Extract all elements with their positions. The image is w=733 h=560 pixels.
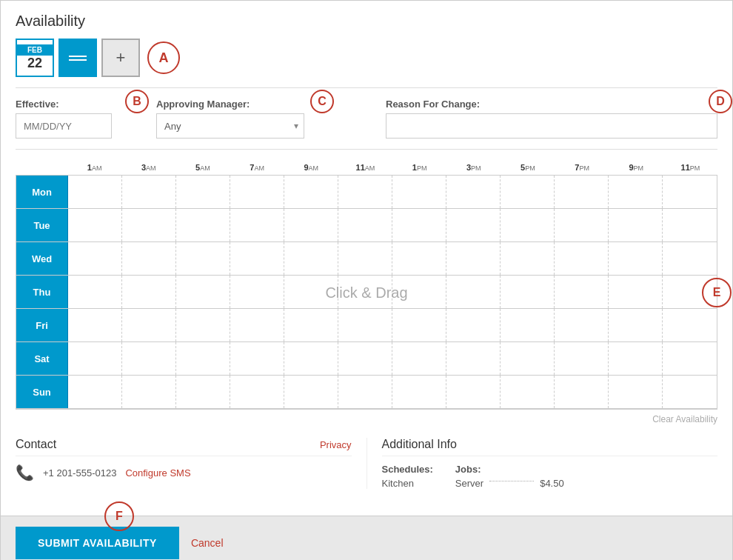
avail-cell[interactable] [338,376,392,408]
avail-cell[interactable] [230,376,284,408]
avail-cell[interactable] [176,309,230,341]
avail-cell[interactable] [338,342,392,375]
reason-input[interactable]: N/A [386,113,717,139]
avail-cell[interactable] [338,209,392,241]
avail-cell[interactable] [338,276,392,308]
effective-input[interactable] [16,113,112,139]
configure-sms-link[interactable]: Configure SMS [125,467,190,479]
avail-cell[interactable] [392,342,446,375]
avail-cell[interactable] [501,176,555,208]
avail-cell[interactable] [501,242,555,275]
avail-cell[interactable] [392,276,446,308]
avail-cell[interactable] [446,376,501,408]
avail-cell[interactable] [609,209,663,241]
avail-cell[interactable] [284,376,338,408]
avail-cell[interactable] [284,242,338,275]
avail-cell[interactable] [68,342,122,375]
avail-cell[interactable] [609,309,663,341]
avail-cell[interactable] [501,276,555,308]
avail-cell[interactable] [230,242,284,275]
jobs-label: Jobs: [455,464,564,475]
avail-cell[interactable] [555,376,609,408]
avail-cell[interactable] [122,376,176,408]
avail-cell[interactable] [392,209,446,241]
submit-availability-button[interactable]: SUBMIT AVAILABILITY [16,527,179,559]
avail-cell[interactable] [122,209,176,241]
avail-cell[interactable] [501,376,555,408]
avail-cell[interactable] [176,242,230,275]
avail-cell[interactable] [446,276,501,308]
avail-cell[interactable] [68,209,122,241]
manager-select[interactable]: Any [156,113,304,139]
availability-grid-body[interactable]: Mon Tue [16,175,717,410]
avail-cell[interactable] [122,176,176,208]
avail-cell[interactable] [446,176,501,208]
avail-cell[interactable] [68,376,122,408]
job-entry: Server $4.50 [455,478,564,489]
avail-cell[interactable] [446,209,501,241]
avail-cell[interactable] [663,376,717,408]
avail-cell[interactable] [555,309,609,341]
avail-cell[interactable] [230,176,284,208]
avail-cell[interactable] [68,276,122,308]
avail-cell[interactable] [609,342,663,375]
avail-cell[interactable] [230,276,284,308]
avail-cell[interactable] [284,309,338,341]
avail-cell[interactable] [392,376,446,408]
avail-cell[interactable] [555,276,609,308]
avail-cell[interactable] [122,342,176,375]
avail-cell[interactable] [501,309,555,341]
avail-cell[interactable] [663,176,717,208]
avail-cell[interactable] [446,342,501,375]
avail-cell[interactable] [284,176,338,208]
avail-cell[interactable] [122,276,176,308]
avail-cell[interactable] [501,209,555,241]
avail-cell[interactable] [176,376,230,408]
add-date-box[interactable]: + [101,39,140,77]
avail-cell[interactable] [663,309,717,341]
avail-cell[interactable] [230,209,284,241]
avail-cell[interactable] [555,242,609,275]
avail-cell[interactable] [68,309,122,341]
clear-availability-link[interactable]: Clear Availability [16,410,717,429]
avail-cell[interactable] [609,176,663,208]
avail-cell[interactable] [230,342,284,375]
grid-header-3pm: 3PM [446,160,501,175]
avail-cell[interactable] [68,176,122,208]
avail-cell[interactable] [176,176,230,208]
avail-cell[interactable] [609,242,663,275]
avail-cell[interactable] [230,309,284,341]
avail-cell[interactable] [176,209,230,241]
avail-cell[interactable] [663,342,717,375]
avail-cell[interactable] [176,342,230,375]
avail-cell[interactable] [555,342,609,375]
day-label-fri: Fri [16,309,68,341]
avail-cell[interactable] [663,242,717,275]
avail-cell[interactable] [609,276,663,308]
avail-cell[interactable] [392,176,446,208]
avail-cell[interactable] [446,309,501,341]
avail-cell[interactable] [284,342,338,375]
avail-cell[interactable] [338,309,392,341]
avail-cell[interactable] [338,242,392,275]
privacy-link[interactable]: Privacy [320,439,352,450]
avail-cell[interactable] [392,309,446,341]
top-controls: FEB 22 + A [16,39,717,88]
avail-cell[interactable] [284,209,338,241]
avail-cell[interactable] [122,242,176,275]
avail-cell[interactable] [338,176,392,208]
avail-cell[interactable] [609,376,663,408]
avail-cell[interactable] [392,242,446,275]
avail-cell[interactable] [68,242,122,275]
avail-cell[interactable] [663,209,717,241]
avail-cell[interactable] [284,276,338,308]
cancel-link[interactable]: Cancel [191,537,224,549]
avail-cell[interactable] [555,176,609,208]
date-box-feb22[interactable]: FEB 22 [16,39,54,77]
avail-cell[interactable] [176,276,230,308]
avail-cell[interactable] [501,342,555,375]
avail-cell[interactable] [446,242,501,275]
avail-cell[interactable] [555,209,609,241]
dash-range-box[interactable] [58,39,97,77]
avail-cell[interactable] [122,309,176,341]
